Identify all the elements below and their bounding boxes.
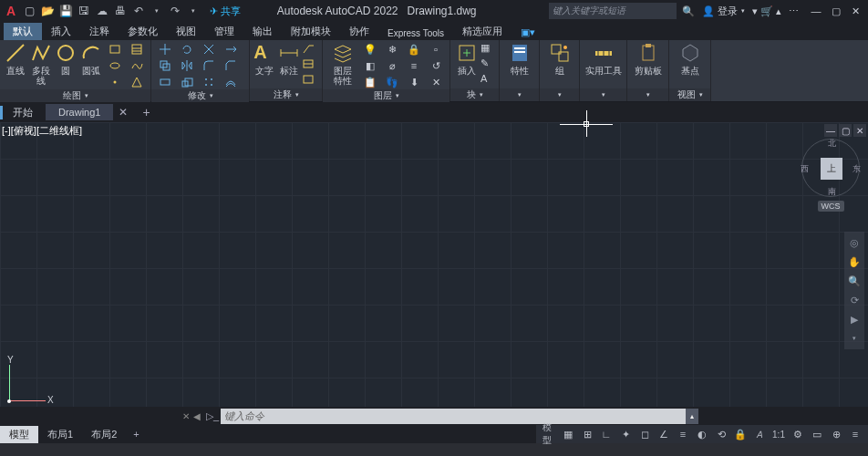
rect-icon[interactable]: [105, 42, 125, 57]
status-lineweight-icon[interactable]: ≡: [674, 426, 692, 442]
offset-icon[interactable]: [221, 75, 241, 89]
status-grid-icon[interactable]: ▦: [559, 426, 577, 442]
create-block-icon[interactable]: ▦: [480, 42, 495, 56]
panel-clipboard-footer[interactable]: ▾: [627, 88, 668, 101]
redo-icon[interactable]: ↷: [168, 4, 182, 18]
line-button[interactable]: 直线: [4, 42, 27, 88]
layout-tab-2[interactable]: 布局2: [82, 426, 126, 443]
copy-icon[interactable]: [155, 58, 175, 73]
layout-tab-1[interactable]: 布局1: [38, 426, 82, 443]
maximize-button[interactable]: ▢: [828, 5, 844, 17]
move-icon[interactable]: [155, 42, 175, 57]
panel-annotate-footer[interactable]: 注释▾: [250, 88, 322, 101]
stretch-icon[interactable]: [155, 75, 175, 89]
fillet-icon[interactable]: [199, 58, 219, 73]
panel-draw-footer[interactable]: 绘图▾: [0, 89, 150, 102]
wcs-label[interactable]: WCS: [818, 201, 844, 212]
nav-pan-icon[interactable]: ✋: [846, 254, 863, 270]
ribbon-tab-manage[interactable]: 管理: [205, 23, 243, 40]
table-icon[interactable]: [302, 57, 318, 71]
layer-iso-icon[interactable]: ◧: [360, 58, 380, 73]
layout-add-icon[interactable]: +: [126, 429, 146, 440]
extend-icon[interactable]: [221, 42, 241, 57]
status-ortho-icon[interactable]: ∟: [597, 426, 615, 442]
status-snap-icon[interactable]: ⊞: [578, 426, 596, 442]
status-otrack-icon[interactable]: ∠: [655, 426, 673, 442]
ribbon-tab-express[interactable]: Express Tools: [378, 26, 453, 40]
status-gear-icon[interactable]: ⚙: [789, 426, 807, 442]
text-button[interactable]: A文字: [253, 42, 276, 88]
nav-zoom-icon[interactable]: 🔍: [846, 273, 863, 289]
ellipse-icon[interactable]: [105, 58, 125, 73]
properties-button[interactable]: 特性: [503, 42, 535, 88]
ribbon-tab-annotate[interactable]: 注释: [80, 23, 119, 40]
redo-drop-icon[interactable]: ▾: [186, 4, 201, 18]
layer-freeze-icon[interactable]: ❄: [382, 42, 402, 57]
chamfer-icon[interactable]: [221, 58, 241, 73]
undo-drop-icon[interactable]: ▾: [150, 4, 164, 18]
rotate-icon[interactable]: [177, 42, 197, 57]
viewport-label[interactable]: [-][俯视][二维线框]: [2, 124, 82, 138]
status-model[interactable]: 模型: [540, 426, 558, 442]
base-view-button[interactable]: 基点: [673, 42, 707, 88]
command-input[interactable]: 键入命令: [221, 409, 686, 424]
dimension-button[interactable]: 标注: [278, 42, 301, 88]
panel-group-footer[interactable]: ▾: [540, 88, 579, 101]
cloud-open-icon[interactable]: ☁: [95, 4, 109, 18]
vp-minimize-icon[interactable]: —: [824, 124, 837, 137]
ribbon-tab-default[interactable]: 默认: [4, 23, 42, 40]
plot-icon[interactable]: 🖶: [113, 4, 128, 18]
layer-lock-icon[interactable]: 🔒: [404, 42, 424, 57]
search-icon[interactable]: 🔍: [682, 5, 695, 17]
panel-utilities-footer[interactable]: ▾: [580, 88, 626, 101]
start-tab[interactable]: 开始: [0, 103, 46, 122]
layer-prev-icon[interactable]: ↺: [426, 58, 446, 73]
undo-icon[interactable]: ↶: [131, 4, 146, 18]
group-button[interactable]: 组: [543, 42, 575, 88]
cart-icon[interactable]: ▾ 🛒 ▴: [752, 5, 781, 17]
layer-on-icon[interactable]: 💡: [360, 42, 380, 57]
viewcube[interactable]: 北 南 西 东 上 WCS: [799, 139, 863, 212]
status-transparency-icon[interactable]: ◐: [693, 426, 711, 442]
insert-block-button[interactable]: 插入: [454, 42, 479, 88]
search-input[interactable]: 键入关键字或短语: [549, 3, 677, 19]
layer-color-icon[interactable]: ▫: [426, 42, 446, 57]
panel-block-footer[interactable]: 块▾: [450, 88, 499, 101]
layer-walk-icon[interactable]: 👣: [382, 75, 402, 89]
new-icon[interactable]: ▢: [22, 4, 36, 18]
ribbon-tab-view[interactable]: 视图: [167, 23, 205, 40]
mirror-icon[interactable]: [177, 58, 197, 73]
region-icon[interactable]: [127, 75, 147, 89]
spline-icon[interactable]: [127, 58, 147, 73]
ribbon-tab-collab[interactable]: 协作: [340, 23, 378, 40]
more-icon[interactable]: ⋯: [789, 5, 799, 17]
layer-properties-button[interactable]: 图层 特性: [326, 42, 358, 88]
doc-tab-active[interactable]: Drawing1: [46, 104, 113, 120]
arc-button[interactable]: 圆弧: [79, 42, 103, 88]
status-hardware-icon[interactable]: ⊕: [827, 426, 845, 442]
minimize-button[interactable]: —: [808, 5, 824, 17]
edit-block-icon[interactable]: ✎: [480, 57, 495, 71]
attr-block-icon[interactable]: A: [480, 73, 495, 87]
status-scale[interactable]: 1:1: [770, 426, 788, 442]
cmd-history-icon[interactable]: ▴: [686, 409, 698, 424]
layer-state-icon[interactable]: 📋: [360, 75, 380, 89]
status-isoplane-icon[interactable]: ▭: [808, 426, 826, 442]
layer-off-icon[interactable]: ⌀: [382, 58, 402, 73]
status-anno-icon[interactable]: 𝘈: [750, 426, 769, 442]
scale-icon[interactable]: [177, 75, 197, 89]
layer-del-icon[interactable]: ✕: [426, 75, 446, 89]
cmd-handle-icon[interactable]: ◀: [193, 411, 201, 421]
panel-properties-footer[interactable]: ▾: [500, 88, 539, 101]
status-polar-icon[interactable]: ✦: [616, 426, 635, 442]
trim-icon[interactable]: [199, 42, 219, 57]
close-button[interactable]: ✕: [848, 5, 864, 17]
nav-wheel-icon[interactable]: ◎: [846, 234, 863, 251]
layer-merge-icon[interactable]: ⬇: [404, 75, 424, 89]
ribbon-tab-addins[interactable]: 附加模块: [282, 23, 340, 40]
circle-button[interactable]: 圆: [55, 42, 78, 88]
point-icon[interactable]: [105, 75, 125, 89]
vp-close-icon[interactable]: ✕: [853, 124, 866, 137]
vp-maximize-icon[interactable]: ▢: [839, 124, 852, 137]
nav-showmotion-icon[interactable]: ▶: [846, 311, 863, 327]
